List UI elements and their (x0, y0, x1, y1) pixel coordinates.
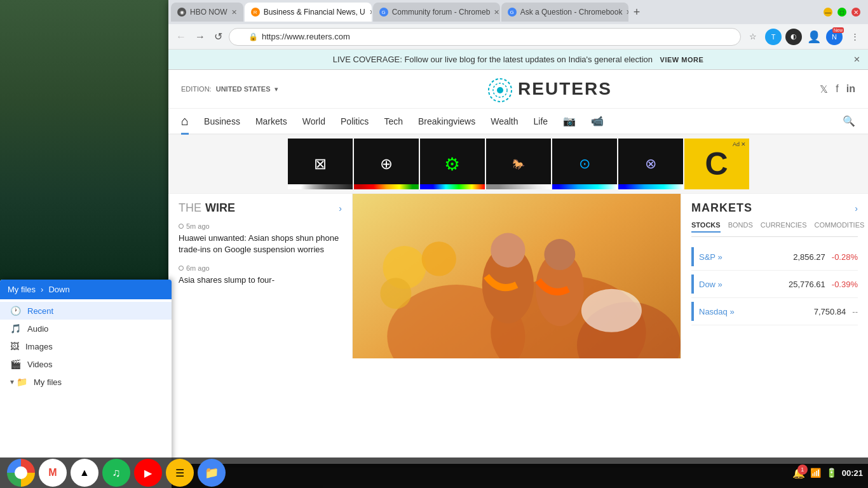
markets-section: MARKETS › STOCKS BONDS CURRENCIES COMMOD… (681, 194, 868, 358)
taskbar: M ▲ ♫ ▶ ☰ 📁 🔔 1 📶 🔋 00:21 (0, 458, 868, 488)
facebook-social-icon[interactable]: f (836, 83, 838, 95)
url-bar[interactable]: 🔒 https://www.reuters.com (229, 28, 741, 46)
tab-close-community[interactable]: ✕ (494, 8, 499, 17)
secure-icon: 🔒 (248, 32, 258, 41)
browser-window: ◉ HBO NOW ✕ R Business & Financial News,… (168, 0, 868, 464)
clock-icon: 🕐 (10, 306, 21, 316)
nav-breakingviews[interactable]: Breakingviews (418, 116, 475, 126)
nav-life[interactable]: Life (534, 116, 548, 126)
svg-point-13 (544, 239, 575, 270)
files-nav-images[interactable]: 🖼 Images (0, 337, 172, 355)
market-name-dow[interactable]: Dow » (699, 280, 789, 289)
search-icon[interactable]: 🔍 (843, 115, 855, 127)
ad-item-6[interactable]: ⊗ (618, 139, 683, 189)
wire-time-1: 6m ago (179, 264, 342, 272)
reload-button[interactable]: ↺ (212, 28, 225, 45)
ad-item-3[interactable]: ⚙ (420, 139, 485, 189)
tab-bar: ◉ HBO NOW ✕ R Business & Financial News,… (168, 0, 868, 24)
twitter-social-icon[interactable]: 𝕏 (820, 83, 828, 95)
extension-icon-1[interactable]: ◐ (785, 29, 802, 45)
nav-business[interactable]: Business (204, 116, 240, 126)
bookmark-icon[interactable]: ☆ (745, 29, 761, 45)
tab-close-askq[interactable]: ✕ (626, 8, 628, 17)
files-nav-videos[interactable]: 🎬 Videos (0, 355, 172, 373)
files-expand: ▾ 📁 (10, 377, 27, 387)
center-news-image[interactable] (353, 194, 681, 358)
nav-wealth[interactable]: Wealth (491, 116, 518, 126)
ad-item-4[interactable]: 🐎 (486, 139, 551, 189)
files-images-label: Images (25, 342, 53, 351)
camera-icon[interactable]: 📷 (563, 115, 576, 127)
taskbar-spotify-icon[interactable]: ♫ (102, 459, 130, 487)
tab-reuters[interactable]: R Business & Financial News, U ✕ (245, 3, 372, 22)
market-change-nasdaq: -- (852, 307, 858, 316)
expand-icon[interactable]: ▾ (10, 377, 14, 386)
files-my-files-label[interactable]: My files (8, 285, 36, 294)
breadcrumb-sub: Down (48, 285, 69, 294)
ad-item-cta[interactable]: C Ad ✕ (684, 139, 749, 189)
ad-item-5[interactable]: ⊙ (552, 139, 617, 189)
nav-tech[interactable]: Tech (384, 116, 403, 126)
wire-headline-1[interactable]: Asia shares slump to four- (179, 274, 342, 286)
ad-content-2: ⊕ (380, 155, 393, 173)
taskbar-keep-icon[interactable]: ☰ (166, 459, 194, 487)
back-button[interactable]: ← (173, 29, 189, 45)
tab-hbo[interactable]: ◉ HBO NOW ✕ (171, 3, 243, 22)
folder-icon: 📁 (17, 377, 27, 387)
wire-article-0: 5m ago Huawei unwanted: Asian shops shun… (179, 222, 342, 255)
wire-arrow-icon[interactable]: › (339, 203, 342, 214)
wire-time-dot-1 (179, 266, 184, 271)
market-tab-bonds[interactable]: BONDS (728, 221, 753, 233)
banner-close-button[interactable]: ✕ (853, 55, 860, 64)
maximize-button[interactable]: □ (837, 8, 846, 17)
nav-home-icon[interactable]: ⌂ (181, 114, 189, 128)
nav-world[interactable]: World (302, 116, 325, 126)
twitter-extension-icon[interactable]: T (765, 29, 782, 45)
taskbar-chrome-icon[interactable] (7, 459, 35, 487)
market-tab-currencies[interactable]: CURRENCIES (761, 221, 807, 233)
battery-icon[interactable]: 🔋 (826, 468, 837, 478)
files-nav-recent[interactable]: 🕐 Recent (0, 302, 172, 320)
menu-icon[interactable]: ⋮ (846, 29, 863, 45)
wire-time-0: 5m ago (179, 222, 342, 230)
taskbar-files-icon[interactable]: 📁 (198, 459, 226, 487)
gmail-icon: M (48, 467, 57, 478)
forward-button[interactable]: → (193, 29, 208, 45)
market-tab-stocks[interactable]: STOCKS (691, 221, 721, 233)
new-tab-button[interactable]: + (630, 6, 644, 19)
minimize-button[interactable]: — (824, 8, 832, 17)
market-tab-commodities[interactable]: COMMODITIES (815, 221, 865, 233)
close-button[interactable]: ✕ (851, 8, 860, 17)
edition-dropdown-icon[interactable]: ▾ (275, 85, 278, 93)
nav-markets[interactable]: Markets (255, 116, 287, 126)
taskbar-drive-icon[interactable]: ▲ (71, 459, 98, 487)
files-nav-audio[interactable]: 🎵 Audio (0, 320, 172, 337)
wire-headline-0[interactable]: Huawei unwanted: Asian shops shun phone … (179, 233, 342, 255)
tab-close-reuters[interactable]: ✕ (369, 8, 372, 17)
market-name-sp[interactable]: S&P » (699, 252, 793, 262)
tab-community[interactable]: G Community forum - Chromeb ✕ (373, 3, 500, 22)
files-nav-myfiles[interactable]: ▾ 📁 My files (0, 373, 172, 391)
wifi-icon[interactable]: 📶 (810, 468, 821, 478)
youtube-icon: ▶ (144, 467, 152, 479)
tab-label-hbo: HBO NOW (190, 8, 227, 17)
markets-arrow-icon[interactable]: › (855, 203, 858, 214)
tab-close-hbo[interactable]: ✕ (231, 8, 237, 17)
wire-the-label: THE (179, 201, 201, 215)
nav-politics[interactable]: Politics (341, 116, 369, 126)
address-bar: ← → ↺ 🔒 https://www.reuters.com ☆ T ◐ 👤 … (168, 24, 868, 50)
tab-askq[interactable]: G Ask a Question - Chromebook ✕ (501, 3, 628, 22)
market-name-nasdaq[interactable]: Nasdaq » (699, 307, 814, 316)
taskbar-gmail-icon[interactable]: M (39, 459, 67, 487)
chrome-new-icon[interactable]: N New (826, 29, 843, 45)
taskbar-youtube-icon[interactable]: ▶ (134, 459, 162, 487)
profile-icon[interactable]: 👤 (806, 29, 822, 45)
linkedin-social-icon[interactable]: in (846, 83, 855, 95)
notification-area[interactable]: 🔔 1 (792, 467, 805, 479)
ad-item-2[interactable]: ⊕ (354, 139, 419, 189)
live-banner-text: LIVE COVERAGE: Follow our live blog for … (333, 55, 653, 64)
ad-item-1[interactable]: ⊠ (288, 139, 353, 189)
files-taskbar-icon: 📁 (205, 466, 219, 480)
video-icon[interactable]: 📹 (591, 115, 604, 127)
view-more-link[interactable]: VIEW MORE (660, 56, 704, 64)
